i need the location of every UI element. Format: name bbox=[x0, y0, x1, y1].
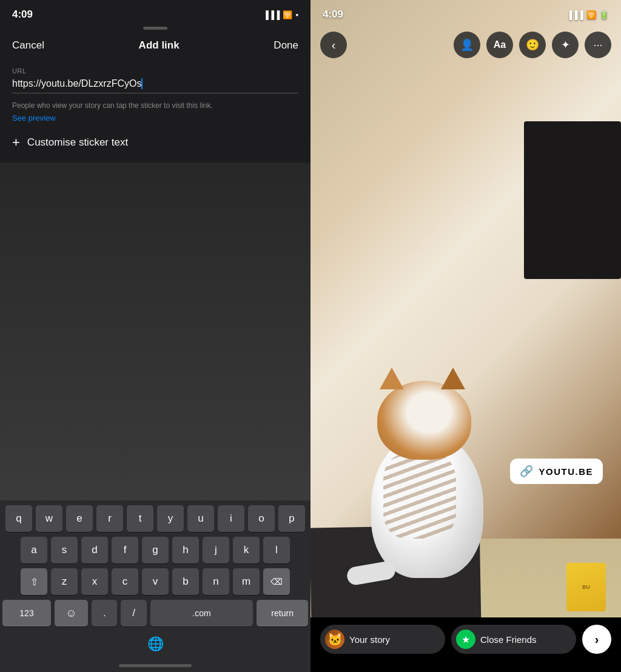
snack-package: BU bbox=[566, 563, 606, 611]
text-icon: Aa bbox=[494, 39, 506, 50]
key-v[interactable]: v bbox=[142, 568, 169, 595]
key-b[interactable]: b bbox=[172, 568, 199, 595]
close-friends-button[interactable]: ★ Close Friends bbox=[451, 625, 576, 654]
cat-ear-right bbox=[441, 368, 465, 389]
link-sticker[interactable]: 🔗 YOUTU.BE bbox=[510, 459, 603, 484]
key-e[interactable]: e bbox=[66, 505, 93, 532]
user-avatar: 🐱 bbox=[325, 630, 344, 649]
sticker-icon: 🙂 bbox=[526, 38, 539, 52]
plus-icon: + bbox=[12, 135, 20, 150]
wifi-icon: 🛜 bbox=[283, 10, 292, 19]
sticker-button[interactable]: 🙂 bbox=[519, 32, 546, 58]
key-h[interactable]: h bbox=[172, 537, 199, 563]
key-w[interactable]: w bbox=[36, 505, 62, 532]
key-y[interactable]: y bbox=[157, 505, 184, 532]
keyboard-row-1: q w e r t y u i o p bbox=[2, 505, 308, 532]
star-icon: ★ bbox=[462, 634, 470, 645]
key-l[interactable]: l bbox=[263, 537, 290, 563]
add-link-title: Add link bbox=[139, 39, 180, 52]
key-i[interactable]: i bbox=[218, 505, 244, 532]
url-section: URL https://youtu.be/DLzxrzFCyOs bbox=[0, 60, 310, 96]
right-panel: BU 🔗 YOUTU.BE 4:09 ▐▐▐ 🛜 🔋 ‹ 👤 Aa 🙂 ✦ bbox=[310, 0, 621, 672]
status-bar-left: 4:09 ▐▐▐ 🛜 ▪️ bbox=[0, 0, 310, 24]
key-a[interactable]: a bbox=[21, 537, 47, 563]
more-button[interactable]: ··· bbox=[585, 32, 611, 58]
avatar-icon: 🐱 bbox=[327, 632, 343, 647]
nav-bar: Cancel Add link Done bbox=[0, 36, 310, 60]
story-bottom-bar: 🐱 Your story ★ Close Friends › bbox=[310, 617, 621, 672]
key-t[interactable]: t bbox=[127, 505, 153, 532]
your-story-label: Your story bbox=[349, 634, 390, 645]
cat-stripes bbox=[383, 454, 456, 539]
text-cursor bbox=[141, 78, 143, 89]
see-preview-link[interactable]: See preview bbox=[0, 111, 310, 123]
text-button[interactable]: Aa bbox=[486, 32, 513, 58]
keyboard-row-4: 123 ☺ . / .com return bbox=[2, 600, 308, 627]
url-value[interactable]: https://youtu.be/DLzxrzFCyOs bbox=[12, 78, 141, 89]
tag-person-button[interactable]: 👤 bbox=[454, 32, 480, 58]
return-key[interactable]: return bbox=[257, 600, 308, 627]
blur-area bbox=[0, 163, 310, 500]
keyboard-row-2: a s d f g h j k l bbox=[2, 537, 308, 563]
person-tag-icon: 👤 bbox=[460, 38, 474, 52]
back-button[interactable]: ‹ bbox=[320, 32, 347, 58]
laptop-screen bbox=[524, 121, 621, 279]
key-r[interactable]: r bbox=[96, 505, 123, 532]
key-q[interactable]: q bbox=[5, 505, 32, 532]
key-z[interactable]: z bbox=[51, 568, 78, 595]
cat-head bbox=[377, 381, 471, 460]
cancel-button[interactable]: Cancel bbox=[12, 39, 44, 52]
status-bar-right: 4:09 ▐▐▐ 🛜 🔋 bbox=[310, 0, 621, 24]
signal-icon-right: ▐▐▐ bbox=[566, 10, 583, 19]
keyboard: q w e r t y u i o p a s d f g h j k l ⇧ … bbox=[0, 500, 310, 672]
customize-row[interactable]: + Customise sticker text bbox=[0, 123, 310, 163]
close-friends-label: Close Friends bbox=[480, 634, 537, 645]
key-f[interactable]: f bbox=[112, 537, 138, 563]
done-button[interactable]: Done bbox=[274, 39, 298, 52]
blur-bg bbox=[0, 163, 310, 500]
left-panel: 4:09 ▐▐▐ 🛜 ▪️ Cancel Add link Done URL h… bbox=[0, 0, 310, 672]
key-u[interactable]: u bbox=[187, 505, 214, 532]
time-right: 4:09 bbox=[323, 8, 343, 21]
key-d[interactable]: d bbox=[81, 537, 108, 563]
ellipsis-icon: ··· bbox=[593, 39, 602, 52]
key-n[interactable]: n bbox=[203, 568, 229, 595]
dotcom-key[interactable]: .com bbox=[150, 600, 253, 627]
signal-icon: ▐▐▐ bbox=[263, 10, 280, 19]
key-j[interactable]: j bbox=[203, 537, 229, 563]
customize-label: Customise sticker text bbox=[27, 136, 128, 149]
slash-key[interactable]: / bbox=[121, 600, 146, 627]
key-k[interactable]: k bbox=[233, 537, 260, 563]
battery-icon: ▪️ bbox=[295, 10, 298, 19]
key-x[interactable]: x bbox=[81, 568, 108, 595]
key-c[interactable]: c bbox=[112, 568, 138, 595]
key-g[interactable]: g bbox=[142, 537, 169, 563]
wifi-icon-right: 🛜 bbox=[586, 10, 596, 19]
send-arrow-icon: › bbox=[595, 633, 599, 647]
numbers-key[interactable]: 123 bbox=[2, 600, 51, 627]
key-m[interactable]: m bbox=[233, 568, 260, 595]
emoji-key[interactable]: ☺ bbox=[55, 600, 88, 627]
globe-icon[interactable]: 🌐 bbox=[147, 636, 164, 652]
sparkle-button[interactable]: ✦ bbox=[552, 32, 579, 58]
status-icons-right: ▐▐▐ 🛜 🔋 bbox=[566, 10, 609, 19]
key-s[interactable]: s bbox=[51, 537, 78, 563]
period-key[interactable]: . bbox=[92, 600, 117, 627]
key-p[interactable]: p bbox=[278, 505, 305, 532]
sparkles-icon: ✦ bbox=[561, 38, 570, 52]
shift-key[interactable]: ⇧ bbox=[21, 568, 47, 595]
chevron-left-icon: ‹ bbox=[332, 38, 336, 52]
link-chain-icon: 🔗 bbox=[520, 465, 534, 478]
your-story-button[interactable]: 🐱 Your story bbox=[320, 625, 445, 654]
status-icons-left: ▐▐▐ 🛜 ▪️ bbox=[263, 10, 298, 19]
keyboard-system-row: 🌐 bbox=[2, 631, 308, 664]
send-button[interactable]: › bbox=[582, 625, 611, 654]
battery-icon-right: 🔋 bbox=[599, 10, 609, 19]
url-label: URL bbox=[12, 67, 298, 75]
backspace-key[interactable]: ⌫ bbox=[263, 568, 290, 595]
key-o[interactable]: o bbox=[248, 505, 275, 532]
cat-ear-left bbox=[380, 368, 404, 389]
link-sticker-label: YOUTU.BE bbox=[539, 466, 593, 477]
url-input-row[interactable]: https://youtu.be/DLzxrzFCyOs bbox=[12, 78, 298, 93]
url-hint: People who view your story can tap the s… bbox=[0, 96, 310, 111]
